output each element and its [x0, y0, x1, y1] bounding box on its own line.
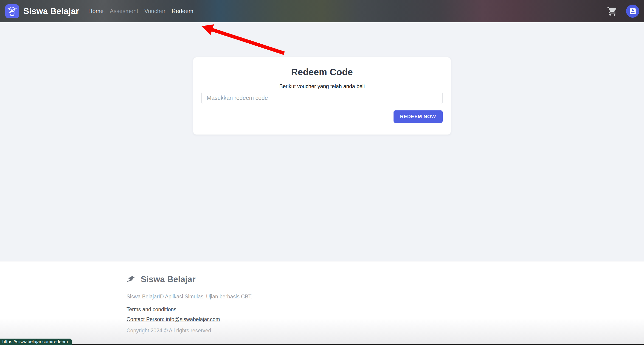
nav-links: Home Assesment Voucher Redeem [88, 8, 194, 14]
nav-right [607, 4, 639, 18]
shopping-cart-icon[interactable] [607, 6, 618, 17]
redeem-now-button[interactable]: REDEEM NOW [394, 110, 443, 123]
page: Siswa Belajar Home Assesment Voucher Red… [0, 0, 644, 345]
navbar: Siswa Belajar Home Assesment Voucher Red… [0, 0, 644, 22]
brand-title: Siswa Belajar [24, 6, 79, 16]
footer-brand: Siswa Belajar [126, 274, 252, 284]
card-subtitle: Berikut voucher yang telah anda beli [201, 83, 443, 90]
bottom-strip [0, 344, 644, 345]
account-button[interactable] [626, 4, 639, 18]
card-title: Redeem Code [201, 66, 443, 78]
footer-inner: Siswa Belajar Siswa BelajarID Aplikasi S… [126, 262, 252, 334]
redeem-code-input[interactable] [201, 92, 443, 104]
graduation-student-icon [5, 4, 19, 18]
redeem-card: Redeem Code Berikut voucher yang telah a… [193, 57, 451, 135]
terms-link[interactable]: Terms and conditions [126, 306, 252, 313]
brand[interactable]: Siswa Belajar [5, 4, 79, 18]
bird-icon [126, 274, 136, 284]
copyright-text: Copyright 2024 © All rights reserved. [126, 327, 252, 334]
footer-tagline: Siswa BelajarID Aplikasi Simulasi Ujian … [126, 293, 252, 300]
nav-assesment[interactable]: Assesment [110, 8, 138, 14]
footer: Siswa Belajar Siswa BelajarID Aplikasi S… [0, 261, 644, 345]
main-content: Redeem Code Berikut voucher yang telah a… [0, 22, 644, 261]
status-url-tooltip: https://siswabelajar.com/redeem [0, 338, 72, 345]
contact-link[interactable]: Contact Person: info@siswabelajar.com [126, 316, 252, 322]
nav-voucher[interactable]: Voucher [144, 8, 166, 14]
button-row: REDEEM NOW [201, 110, 443, 123]
footer-brand-title: Siswa Belajar [141, 274, 196, 284]
account-icon [629, 7, 637, 15]
card-divider [201, 127, 443, 127]
nav-home[interactable]: Home [88, 8, 104, 14]
nav-redeem[interactable]: Redeem [172, 8, 194, 14]
